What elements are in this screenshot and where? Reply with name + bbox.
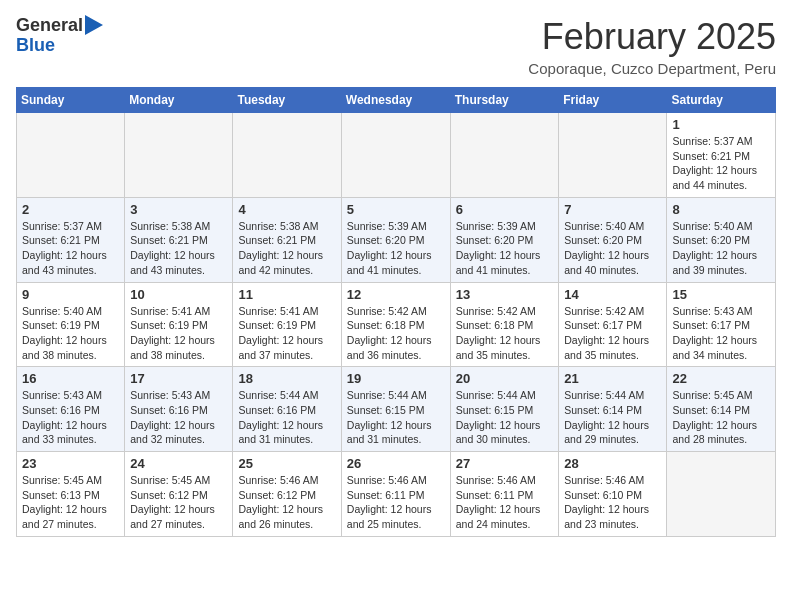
day-info: Sunrise: 5:43 AMSunset: 6:17 PMDaylight:… xyxy=(672,304,770,363)
calendar-cell: 28Sunrise: 5:46 AMSunset: 6:10 PMDayligh… xyxy=(559,452,667,537)
day-info: Sunrise: 5:43 AMSunset: 6:16 PMDaylight:… xyxy=(22,388,119,447)
col-header-wednesday: Wednesday xyxy=(341,88,450,113)
day-number: 28 xyxy=(564,456,661,471)
calendar-cell: 17Sunrise: 5:43 AMSunset: 6:16 PMDayligh… xyxy=(125,367,233,452)
day-number: 27 xyxy=(456,456,554,471)
day-info: Sunrise: 5:45 AMSunset: 6:14 PMDaylight:… xyxy=(672,388,770,447)
day-info: Sunrise: 5:42 AMSunset: 6:18 PMDaylight:… xyxy=(456,304,554,363)
day-info: Sunrise: 5:46 AMSunset: 6:11 PMDaylight:… xyxy=(347,473,445,532)
calendar-cell: 25Sunrise: 5:46 AMSunset: 6:12 PMDayligh… xyxy=(233,452,341,537)
calendar-cell: 5Sunrise: 5:39 AMSunset: 6:20 PMDaylight… xyxy=(341,197,450,282)
calendar-cell xyxy=(125,113,233,198)
col-header-friday: Friday xyxy=(559,88,667,113)
day-info: Sunrise: 5:37 AMSunset: 6:21 PMDaylight:… xyxy=(672,134,770,193)
day-info: Sunrise: 5:42 AMSunset: 6:18 PMDaylight:… xyxy=(347,304,445,363)
calendar-cell: 23Sunrise: 5:45 AMSunset: 6:13 PMDayligh… xyxy=(17,452,125,537)
calendar-week-row: 2Sunrise: 5:37 AMSunset: 6:21 PMDaylight… xyxy=(17,197,776,282)
day-info: Sunrise: 5:45 AMSunset: 6:12 PMDaylight:… xyxy=(130,473,227,532)
svg-marker-0 xyxy=(85,15,103,35)
day-number: 8 xyxy=(672,202,770,217)
day-number: 18 xyxy=(238,371,335,386)
calendar-cell xyxy=(559,113,667,198)
calendar-cell: 2Sunrise: 5:37 AMSunset: 6:21 PMDaylight… xyxy=(17,197,125,282)
calendar-cell: 22Sunrise: 5:45 AMSunset: 6:14 PMDayligh… xyxy=(667,367,776,452)
day-number: 1 xyxy=(672,117,770,132)
month-title: February 2025 xyxy=(528,16,776,58)
day-info: Sunrise: 5:40 AMSunset: 6:20 PMDaylight:… xyxy=(564,219,661,278)
day-number: 25 xyxy=(238,456,335,471)
day-info: Sunrise: 5:41 AMSunset: 6:19 PMDaylight:… xyxy=(238,304,335,363)
calendar-cell: 21Sunrise: 5:44 AMSunset: 6:14 PMDayligh… xyxy=(559,367,667,452)
calendar-cell xyxy=(667,452,776,537)
calendar-cell: 12Sunrise: 5:42 AMSunset: 6:18 PMDayligh… xyxy=(341,282,450,367)
calendar-cell: 9Sunrise: 5:40 AMSunset: 6:19 PMDaylight… xyxy=(17,282,125,367)
calendar-cell: 26Sunrise: 5:46 AMSunset: 6:11 PMDayligh… xyxy=(341,452,450,537)
calendar-cell: 10Sunrise: 5:41 AMSunset: 6:19 PMDayligh… xyxy=(125,282,233,367)
day-number: 23 xyxy=(22,456,119,471)
calendar-cell: 13Sunrise: 5:42 AMSunset: 6:18 PMDayligh… xyxy=(450,282,559,367)
location-title: Coporaque, Cuzco Department, Peru xyxy=(528,60,776,77)
calendar-cell: 20Sunrise: 5:44 AMSunset: 6:15 PMDayligh… xyxy=(450,367,559,452)
day-info: Sunrise: 5:38 AMSunset: 6:21 PMDaylight:… xyxy=(130,219,227,278)
day-info: Sunrise: 5:46 AMSunset: 6:10 PMDaylight:… xyxy=(564,473,661,532)
day-number: 13 xyxy=(456,287,554,302)
day-number: 21 xyxy=(564,371,661,386)
calendar-cell: 18Sunrise: 5:44 AMSunset: 6:16 PMDayligh… xyxy=(233,367,341,452)
calendar-cell: 19Sunrise: 5:44 AMSunset: 6:15 PMDayligh… xyxy=(341,367,450,452)
calendar-cell: 6Sunrise: 5:39 AMSunset: 6:20 PMDaylight… xyxy=(450,197,559,282)
day-info: Sunrise: 5:46 AMSunset: 6:12 PMDaylight:… xyxy=(238,473,335,532)
calendar-cell: 7Sunrise: 5:40 AMSunset: 6:20 PMDaylight… xyxy=(559,197,667,282)
day-info: Sunrise: 5:44 AMSunset: 6:16 PMDaylight:… xyxy=(238,388,335,447)
day-number: 10 xyxy=(130,287,227,302)
day-number: 5 xyxy=(347,202,445,217)
logo: General Blue xyxy=(16,16,103,56)
day-number: 7 xyxy=(564,202,661,217)
day-number: 15 xyxy=(672,287,770,302)
day-info: Sunrise: 5:43 AMSunset: 6:16 PMDaylight:… xyxy=(130,388,227,447)
calendar-cell: 14Sunrise: 5:42 AMSunset: 6:17 PMDayligh… xyxy=(559,282,667,367)
day-number: 22 xyxy=(672,371,770,386)
day-info: Sunrise: 5:44 AMSunset: 6:14 PMDaylight:… xyxy=(564,388,661,447)
logo-triangle-icon xyxy=(85,15,103,35)
day-number: 9 xyxy=(22,287,119,302)
col-header-saturday: Saturday xyxy=(667,88,776,113)
col-header-monday: Monday xyxy=(125,88,233,113)
calendar-cell xyxy=(450,113,559,198)
day-info: Sunrise: 5:38 AMSunset: 6:21 PMDaylight:… xyxy=(238,219,335,278)
day-number: 12 xyxy=(347,287,445,302)
calendar-week-row: 9Sunrise: 5:40 AMSunset: 6:19 PMDaylight… xyxy=(17,282,776,367)
col-header-sunday: Sunday xyxy=(17,88,125,113)
day-number: 20 xyxy=(456,371,554,386)
day-number: 11 xyxy=(238,287,335,302)
calendar-cell: 27Sunrise: 5:46 AMSunset: 6:11 PMDayligh… xyxy=(450,452,559,537)
logo-text-general: General xyxy=(16,16,83,36)
day-number: 6 xyxy=(456,202,554,217)
calendar-cell: 16Sunrise: 5:43 AMSunset: 6:16 PMDayligh… xyxy=(17,367,125,452)
day-number: 14 xyxy=(564,287,661,302)
calendar-cell: 24Sunrise: 5:45 AMSunset: 6:12 PMDayligh… xyxy=(125,452,233,537)
logo-text-blue: Blue xyxy=(16,36,55,56)
calendar-cell: 3Sunrise: 5:38 AMSunset: 6:21 PMDaylight… xyxy=(125,197,233,282)
calendar-cell xyxy=(341,113,450,198)
calendar-table: SundayMondayTuesdayWednesdayThursdayFrid… xyxy=(16,87,776,537)
calendar-cell: 11Sunrise: 5:41 AMSunset: 6:19 PMDayligh… xyxy=(233,282,341,367)
day-info: Sunrise: 5:45 AMSunset: 6:13 PMDaylight:… xyxy=(22,473,119,532)
page-header: General Blue February 2025 Coporaque, Cu… xyxy=(16,16,776,77)
calendar-cell: 15Sunrise: 5:43 AMSunset: 6:17 PMDayligh… xyxy=(667,282,776,367)
day-number: 26 xyxy=(347,456,445,471)
day-info: Sunrise: 5:41 AMSunset: 6:19 PMDaylight:… xyxy=(130,304,227,363)
day-info: Sunrise: 5:46 AMSunset: 6:11 PMDaylight:… xyxy=(456,473,554,532)
day-number: 24 xyxy=(130,456,227,471)
calendar-header-row: SundayMondayTuesdayWednesdayThursdayFrid… xyxy=(17,88,776,113)
day-info: Sunrise: 5:42 AMSunset: 6:17 PMDaylight:… xyxy=(564,304,661,363)
calendar-cell xyxy=(17,113,125,198)
day-info: Sunrise: 5:44 AMSunset: 6:15 PMDaylight:… xyxy=(347,388,445,447)
calendar-cell: 4Sunrise: 5:38 AMSunset: 6:21 PMDaylight… xyxy=(233,197,341,282)
day-info: Sunrise: 5:39 AMSunset: 6:20 PMDaylight:… xyxy=(347,219,445,278)
day-info: Sunrise: 5:37 AMSunset: 6:21 PMDaylight:… xyxy=(22,219,119,278)
day-info: Sunrise: 5:40 AMSunset: 6:20 PMDaylight:… xyxy=(672,219,770,278)
calendar-week-row: 1Sunrise: 5:37 AMSunset: 6:21 PMDaylight… xyxy=(17,113,776,198)
day-number: 3 xyxy=(130,202,227,217)
calendar-cell: 8Sunrise: 5:40 AMSunset: 6:20 PMDaylight… xyxy=(667,197,776,282)
day-info: Sunrise: 5:44 AMSunset: 6:15 PMDaylight:… xyxy=(456,388,554,447)
